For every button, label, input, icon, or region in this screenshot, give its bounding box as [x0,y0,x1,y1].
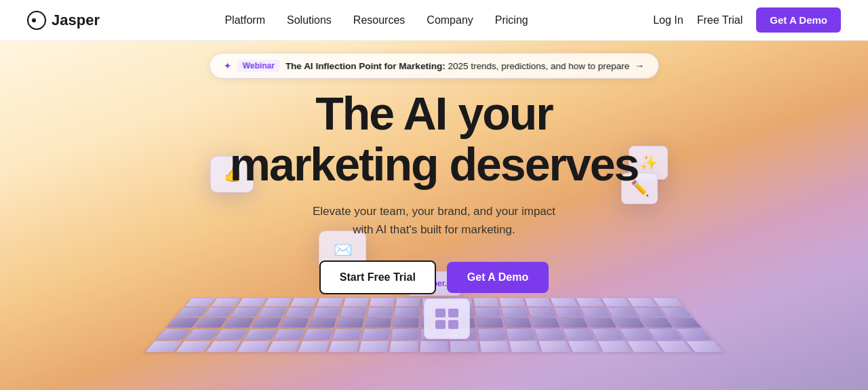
banner-body: The AI Inflection Point for Marketing: 2… [285,61,629,71]
nav-item-resources[interactable]: Resources [353,14,405,26]
banner-arrow-icon: → [635,60,644,71]
grid-icon [435,309,458,329]
webinar-banner[interactable]: ✦ Webinar The AI Inflection Point for Ma… [210,53,659,79]
hero-subtext-line2: with AI that's built for marketing. [353,223,515,236]
hero-headline-line2: marketing deserves [230,138,639,190]
hero-headline-line1: The AI your [315,87,553,139]
floating-card-grid [424,298,470,339]
hero-subtext: Elevate your team, your brand, and your … [197,202,671,239]
nav-item-platform[interactable]: Platform [224,14,265,26]
logo-icon [27,11,46,30]
hero-section: 👍 ✨ ✏️ ✉️ jasper. ✦ Webinar The AI Infle… [0,41,868,390]
svg-rect-3 [448,309,458,317]
logo-text: Jasper [52,12,100,29]
banner-bold-text: The AI Inflection Point for Marketing: [285,61,446,71]
hero-subtext-line1: Elevate your team, your brand, and your … [313,205,555,218]
nav-links: Platform Solutions Resources Company Pri… [224,14,528,26]
logo[interactable]: Jasper [27,11,100,30]
start-free-trial-button[interactable]: Start Free Trial [319,260,436,294]
banner-tag: Webinar [237,60,280,72]
svg-rect-5 [448,320,458,329]
nav-right: Log In Free Trial Get A Demo [653,7,841,33]
hero-buttons: Start Free Trial Get A Demo [197,260,671,294]
svg-rect-2 [435,309,446,317]
svg-point-0 [28,12,45,29]
nav-item-solutions[interactable]: Solutions [287,14,332,26]
banner-spark-icon: ✦ [224,60,232,71]
free-trial-link[interactable]: Free Trial [697,14,743,26]
login-link[interactable]: Log In [653,14,683,26]
nav-item-company[interactable]: Company [427,14,473,26]
nav-item-pricing[interactable]: Pricing [495,14,528,26]
svg-point-1 [32,18,36,22]
get-demo-button[interactable]: Get A Demo [756,7,841,33]
banner-body-text: 2025 trends, predictions, and how to pre… [446,61,630,71]
hero-content: The AI your marketing deserves Elevate y… [197,88,671,294]
get-demo-hero-button[interactable]: Get A Demo [447,262,549,293]
svg-rect-4 [435,320,446,329]
navbar: Jasper Platform Solutions Resources Comp… [0,0,868,41]
hero-headline: The AI your marketing deserves [197,88,671,190]
